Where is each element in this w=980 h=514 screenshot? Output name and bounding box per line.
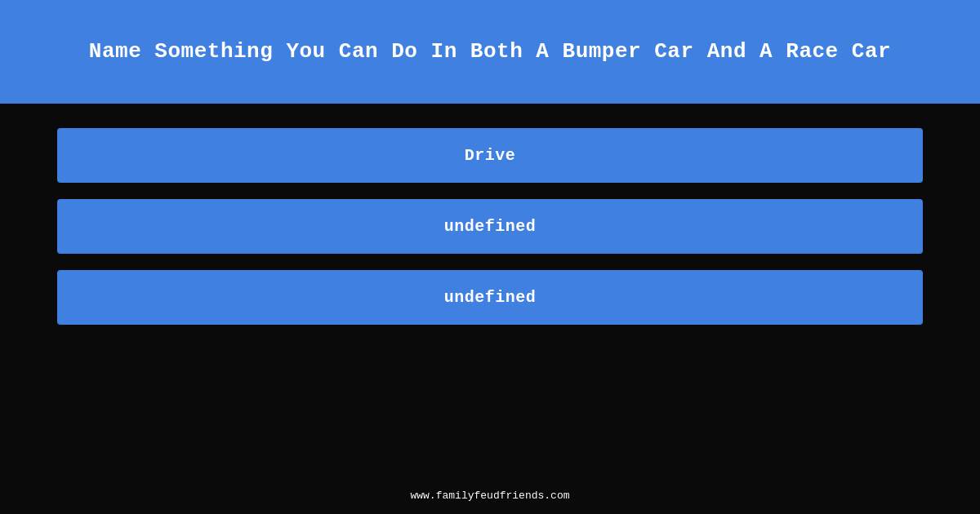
answer-button-2[interactable]: undefined — [57, 270, 923, 325]
footer-url: www.familyfeudfriends.com — [410, 490, 569, 502]
answer-button-1[interactable]: undefined — [57, 199, 923, 254]
answer-button-0[interactable]: Drive — [57, 128, 923, 183]
answers-container: Driveundefinedundefined — [0, 104, 980, 477]
question-header: Name Something You Can Do In Both A Bump… — [0, 0, 980, 104]
question-text: Name Something You Can Do In Both A Bump… — [89, 37, 891, 66]
footer: www.familyfeudfriends.com — [0, 477, 980, 514]
